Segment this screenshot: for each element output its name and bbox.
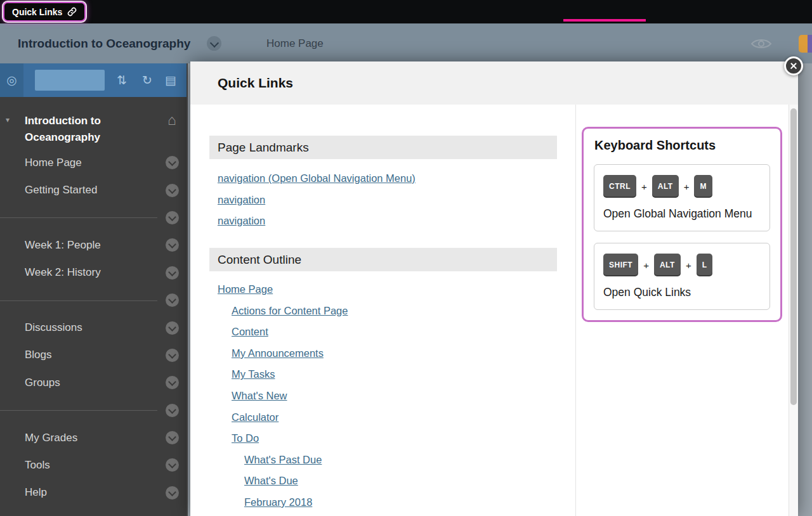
chevron-down-icon[interactable] (166, 184, 179, 197)
course-menu-chevron-icon[interactable] (207, 36, 221, 51)
sidebar-item-label: Tools (25, 459, 50, 472)
edit-mode-icon-right (808, 35, 812, 53)
shortcut-keys: SHIFT + ALT + L (603, 254, 761, 276)
modal-header: Quick Links (190, 61, 798, 105)
sidebar-item-my-grades[interactable]: My Grades (0, 424, 187, 451)
chevron-down-icon[interactable] (166, 376, 179, 389)
scrollbar-thumb[interactable] (790, 108, 797, 405)
keycap-alt: ALT (654, 254, 681, 276)
outline-link-actions[interactable]: Actions for Content Page (209, 300, 348, 322)
menu-display-target-icon[interactable]: ◎ (0, 63, 23, 97)
course-menu-list: Home Page Getting Started Week 1: People… (0, 149, 187, 506)
outline-link-calculator[interactable]: Calculator (209, 407, 348, 429)
keycap-l: L (697, 254, 713, 276)
divider-line (0, 410, 157, 411)
sort-arrows-glyph: ⇅ (117, 73, 127, 87)
menu-search-input[interactable] (35, 70, 105, 91)
chevron-down-icon[interactable] (166, 211, 179, 224)
chevron-down-icon[interactable] (166, 238, 179, 252)
quick-links-label: Quick Links (12, 7, 62, 17)
outline-link-whats-new[interactable]: What's New (209, 385, 348, 407)
active-tab-indicator (563, 19, 646, 22)
outline-link-february-2018[interactable]: February 2018 (209, 492, 348, 513)
target-icon: ◎ (6, 73, 17, 87)
sidebar-item-home-page[interactable]: Home Page (0, 149, 187, 176)
page-landmarks-list: navigation (Open Global Navigation Menu)… (218, 168, 416, 232)
chevron-down-icon[interactable] (166, 486, 179, 500)
plus-separator: + (643, 260, 649, 271)
keyboard-shortcuts-title: Keyboard Shortcuts (594, 138, 780, 153)
outline-link-to-do[interactable]: To Do (209, 428, 348, 449)
student-preview-icon[interactable] (750, 37, 772, 51)
edit-mode-icon-left (799, 35, 808, 53)
landmark-link[interactable]: navigation (Open Global Navigation Menu) (218, 168, 416, 190)
top-bar: Quick Links (0, 0, 812, 23)
sidebar-item-label: Getting Started (25, 184, 97, 197)
sidebar-item-help[interactable]: Help (0, 479, 187, 506)
refresh-glyph: ↻ (142, 73, 152, 87)
sidebar-item-week-1-people[interactable]: Week 1: People (0, 231, 187, 259)
page-landmarks-header: Page Landmarks (209, 136, 557, 159)
sidebar-item-tools[interactable]: Tools (0, 451, 187, 479)
chevron-down-icon[interactable] (166, 404, 179, 417)
keyboard-shortcuts-panel: Keyboard Shortcuts CTRL + ALT + M Open G… (582, 127, 782, 322)
sidebar-item-week-2-history[interactable]: Week 2: History (0, 259, 187, 287)
sidebar-item-getting-started[interactable]: Getting Started (0, 176, 187, 203)
content-outline-list: Home Page Actions for Content Page Conte… (209, 279, 348, 513)
keycap-shift: SHIFT (603, 254, 638, 276)
outline-link-whats-past-due[interactable]: What's Past Due (209, 449, 348, 471)
course-menu-toolbar: ◎ ⇅ ↻ ▤ (0, 63, 187, 97)
sidebar-divider (0, 204, 187, 231)
course-menu-sidebar: ◎ ⇅ ↻ ▤ ▾ Introduction to Oceanography ⌂… (0, 63, 188, 516)
sidebar-item-label: Home Page (25, 157, 82, 169)
chevron-down-icon[interactable] (166, 458, 179, 472)
shortcut-label: Open Quick Links (603, 285, 761, 300)
shortcut-card-quick-links: SHIFT + ALT + L Open Quick Links (594, 243, 770, 310)
sidebar-course-title[interactable]: Introduction to Oceanography (25, 113, 142, 146)
landmark-link[interactable]: navigation (218, 190, 416, 211)
close-icon[interactable] (784, 56, 803, 75)
page-landmarks-title: Page Landmarks (218, 141, 309, 155)
home-icon[interactable]: ⌂ (167, 112, 176, 129)
chevron-down-icon[interactable] (166, 156, 179, 169)
collapse-caret-icon[interactable]: ▾ (6, 115, 10, 124)
outline-link-home-page[interactable]: Home Page (209, 279, 348, 300)
content-outline-header: Content Outline (209, 248, 557, 271)
sidebar-course-row: ▾ Introduction to Oceanography ⌂ (0, 113, 187, 146)
header-course-title: Introduction to Oceanography (18, 23, 190, 63)
sidebar-item-label: Discussions (25, 321, 82, 334)
modal-scrollbar[interactable] (789, 105, 798, 516)
sidebar-item-label: Week 1: People (25, 239, 101, 252)
sidebar-item-label: Blogs (25, 349, 52, 361)
outline-link-content[interactable]: Content (209, 321, 348, 343)
keycap-alt: ALT (652, 175, 679, 198)
chevron-down-icon[interactable] (166, 431, 179, 444)
shortcut-label: Open Global Navigation Menu (603, 206, 761, 222)
sidebar-item-groups[interactable]: Groups (0, 369, 187, 396)
column-divider (575, 105, 576, 516)
sidebar-item-discussions[interactable]: Discussions (0, 314, 187, 341)
shortcut-card-global-navigation: CTRL + ALT + M Open Global Navigation Me… (594, 164, 770, 231)
sidebar-divider (0, 397, 187, 424)
sort-arrows-icon[interactable]: ⇅ (117, 63, 127, 97)
refresh-icon[interactable]: ↻ (142, 63, 152, 97)
quick-links-button[interactable]: Quick Links (3, 2, 86, 22)
outline-link-my-tasks[interactable]: My Tasks (209, 364, 348, 385)
sidebar-item-label: My Grades (25, 432, 77, 444)
chevron-down-icon[interactable] (166, 266, 179, 280)
plus-separator: + (641, 181, 647, 192)
sidebar-item-blogs[interactable]: Blogs (0, 342, 187, 369)
sidebar-item-label: Week 2: History (25, 266, 101, 279)
outline-link-my-announcements[interactable]: My Announcements (209, 343, 348, 364)
outline-link-whats-due[interactable]: What's Due (209, 470, 348, 492)
plus-separator: + (684, 181, 690, 192)
keycap-ctrl: CTRL (603, 175, 636, 198)
chevron-down-icon[interactable] (166, 349, 179, 362)
landmark-link[interactable]: navigation (218, 210, 416, 232)
list-view-icon[interactable]: ▤ (165, 63, 176, 97)
chevron-down-icon[interactable] (166, 293, 179, 307)
chevron-down-icon[interactable] (166, 321, 179, 335)
edit-mode-icon[interactable] (799, 35, 812, 53)
page-title: Home Page (266, 23, 324, 63)
modal-title: Quick Links (218, 61, 293, 105)
